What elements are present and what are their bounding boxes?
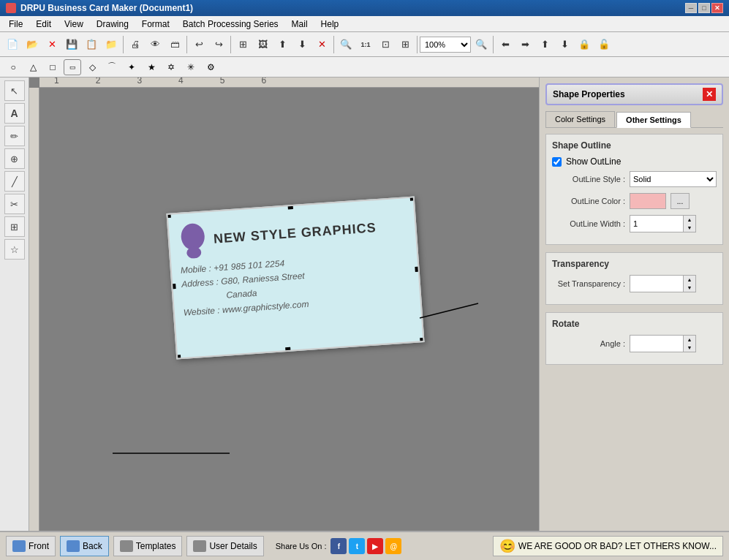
tab-other-settings[interactable]: Other Settings [616,112,691,128]
import-button[interactable]: ⬆ [273,35,292,54]
tab-back-button[interactable]: Back [60,536,109,556]
email-icon[interactable]: @ [385,538,401,554]
show-outline-checkbox[interactable] [552,157,562,167]
redo-button[interactable]: ↪ [209,35,228,54]
outline-color-box[interactable] [630,193,666,209]
draw-starburst[interactable]: ✳ [182,59,200,75]
undo-button[interactable]: ↩ [189,35,208,54]
menu-format[interactable]: Format [136,18,175,31]
db-button[interactable]: 🗃 [165,35,184,54]
transparency-spinner: 100 ▲ ▼ [630,275,696,292]
toolbar-sep-2 [186,36,187,53]
barcode-button[interactable]: ⊞ [233,35,252,54]
transparency-down[interactable]: ▼ [684,284,695,292]
zoom-apply-button[interactable]: 🔍 [472,35,491,54]
canvas-area: 1 2 3 4 5 6 [29,77,539,531]
align-top-button[interactable]: ⬆ [535,35,554,54]
align-bottom-button[interactable]: ⬇ [555,35,574,54]
handle-bl [175,355,181,359]
rotate-section: Rotate Angle : -16 ▲ ▼ [545,312,723,365]
menu-file[interactable]: File [3,18,29,31]
twitter-icon[interactable]: t [349,538,365,554]
angle-spinner: -16 ▲ ▼ [630,335,696,352]
menu-view[interactable]: View [58,18,89,31]
menu-help[interactable]: Help [315,18,345,31]
delete-button[interactable]: ✕ [312,35,331,54]
angle-input[interactable]: -16 [630,336,683,352]
menu-batch[interactable]: Batch Processing Series [177,18,284,31]
angle-down[interactable]: ▼ [684,344,695,352]
panel-close-button[interactable]: ✕ [703,88,716,101]
draw-arc[interactable]: ⌒ [103,59,121,75]
outline-color-browse-button[interactable]: ... [671,193,690,209]
tool-zoom[interactable]: ⊞ [4,216,25,237]
menu-drawing[interactable]: Drawing [91,18,135,31]
tool-hand[interactable]: ☆ [4,239,25,260]
transparency-up[interactable]: ▲ [684,276,695,284]
draw-circle[interactable]: ○ [4,59,22,75]
close-button[interactable]: ✕ [711,3,723,13]
align-left-button[interactable]: ⬅ [496,35,515,54]
open-button[interactable]: 📂 [23,35,42,54]
align-right-button[interactable]: ➡ [515,35,535,54]
save-button[interactable]: 💾 [62,35,81,54]
feedback-button[interactable]: 😊 WE ARE GOOD OR BAD? LET OTHERS KNOW... [493,536,723,556]
main-toolbar: 📄 📂 ✕ 💾 📋 📁 🖨 👁 🗃 ↩ ↪ ⊞ 🖼 ⬆ ⬇ ✕ 🔍 1:1 ⊡ … [0,32,729,57]
maximize-button[interactable]: □ [698,3,710,13]
zoom-actual-button[interactable]: 1:1 [356,35,375,54]
angle-up[interactable]: ▲ [684,336,695,344]
outline-width-down[interactable]: ▼ [684,224,695,232]
card-company-name: NEW STYLE GRAPHICS [213,220,377,247]
right-panel: Shape Properties ✕ Color Settings Other … [539,77,729,531]
draw-round-rect[interactable]: ▭ [64,59,81,75]
tool-crop[interactable]: ✂ [4,194,25,214]
draw-triangle[interactable]: △ [24,59,42,75]
outline-style-select[interactable]: Solid Dashed Dotted None [630,171,717,187]
menu-mail[interactable]: Mail [286,18,314,31]
business-card[interactable]: NEW STYLE GRAPHICS Mobile : +91 985 101 … [166,196,424,359]
new-button[interactable]: 📄 [3,35,22,54]
print-button[interactable]: 🖨 [126,35,145,54]
close-doc-button[interactable]: ✕ [42,35,61,54]
outline-width-up[interactable]: ▲ [684,216,695,224]
save-as-button[interactable]: 📋 [82,35,101,54]
tool-edit[interactable]: ✏ [4,126,25,146]
draw-rect[interactable]: □ [44,59,61,75]
shape-outline-section: Shape Outline Show OutLine OutLine Style… [545,134,723,245]
zoom-select[interactable]: 100% [420,37,471,53]
open-folder-button[interactable]: 📁 [102,35,121,54]
unlock-button[interactable]: 🔓 [594,35,613,54]
image-button[interactable]: 🖼 [253,35,272,54]
youtube-icon[interactable]: ▶ [367,538,383,554]
draw-star5[interactable]: ★ [143,59,160,75]
transparency-input[interactable]: 100 [630,276,683,292]
show-outline-label: Show OutLine [566,156,621,167]
lock-button[interactable]: 🔒 [575,35,594,54]
tab-templates-button[interactable]: Templates [113,536,183,556]
set-transparency-label: Set Transparency : [552,279,625,288]
window-title: DRPU Business Card Maker (Document1) [20,3,193,13]
minimize-button[interactable]: ─ [685,3,697,13]
tab-color-settings[interactable]: Color Settings [545,111,615,127]
draw-star4[interactable]: ✦ [123,59,140,75]
grid-button[interactable]: ⊞ [396,35,415,54]
tool-select[interactable]: ↖ [4,80,25,101]
facebook-icon[interactable]: f [330,538,347,554]
tab-user-details-button[interactable]: User Details [186,536,263,556]
svg-line-3 [420,303,478,318]
export-button[interactable]: ⬇ [292,35,311,54]
menu-edit[interactable]: Edit [30,18,57,31]
tab-front-button[interactable]: Front [6,536,56,556]
draw-badge[interactable]: ⚙ [202,59,219,75]
outline-width-input[interactable] [630,216,683,232]
preview-button[interactable]: 👁 [146,35,165,54]
fit-button[interactable]: ⊡ [376,35,395,54]
draw-star6[interactable]: ✡ [162,59,180,75]
tool-text[interactable]: A [4,103,25,124]
draw-diamond[interactable]: ◇ [83,59,101,75]
rotate-title: Rotate [552,319,717,329]
zoom-in-button[interactable]: 🔍 [336,35,355,54]
tool-line[interactable]: ╱ [4,171,25,192]
tool-pointer[interactable]: ⊕ [4,148,25,169]
show-outline-row: Show OutLine [552,156,717,167]
